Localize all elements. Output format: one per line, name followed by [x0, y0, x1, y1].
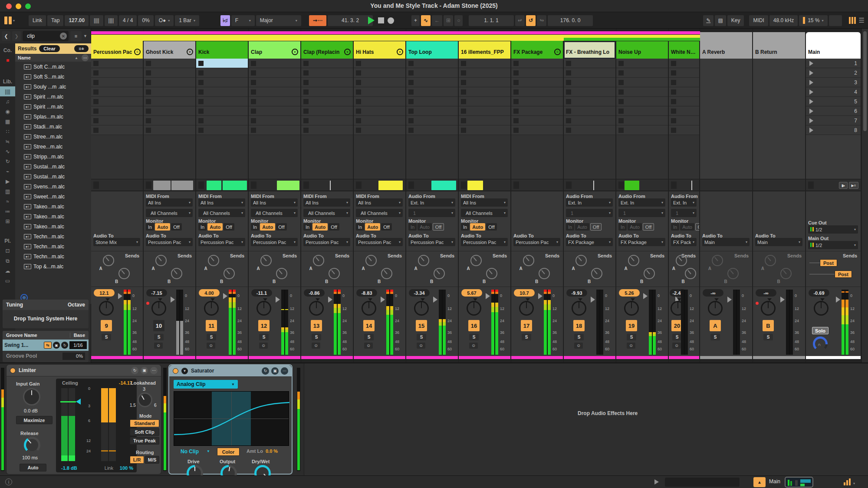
clip-slot[interactable] — [301, 125, 353, 135]
volume-value[interactable]: -11.1 — [251, 289, 272, 297]
main-out-select[interactable]: 1/2▾ — [808, 241, 858, 249]
track-header-top-loop[interactable]: Top Loop — [406, 41, 458, 59]
volume-value[interactable]: -7.15 — [146, 289, 167, 297]
volume-value[interactable]: 5.67 — [461, 289, 482, 297]
track-header-16-illements-fpp[interactable]: 16 illements_FPP — [459, 41, 510, 59]
clip-slot[interactable] — [459, 59, 510, 68]
groove-amount-field[interactable]: 0% — [138, 15, 153, 26]
list-item[interactable]: ▶≡Soft S...m.alc — [15, 72, 91, 82]
groove-row[interactable]: Swing 1... ↹ ▣ ↻ 1/16 — [3, 340, 89, 351]
clip-slot[interactable] — [616, 97, 668, 106]
playing-clip[interactable] — [378, 181, 403, 190]
volume-handle[interactable] — [486, 293, 490, 299]
device-chain-thumbnail[interactable] — [785, 477, 813, 488]
pan-knob[interactable] — [204, 301, 219, 316]
output-select[interactable]: Percussion Pac▾ — [146, 238, 193, 246]
clip-slot[interactable] — [616, 116, 668, 125]
scene-play-icon[interactable] — [809, 128, 813, 133]
clip-slot[interactable] — [616, 125, 668, 135]
punch-in-icon[interactable]: ↫ — [515, 15, 525, 26]
device-power-button[interactable] — [10, 368, 16, 373]
clip-slot[interactable] — [144, 78, 195, 87]
pan-knob[interactable] — [362, 301, 376, 316]
nudge-up-button[interactable]: |||| — [105, 15, 118, 26]
list-item[interactable]: ▶≡Techn...m.alc — [15, 251, 91, 261]
instruments-icon[interactable]: ▦ — [0, 116, 15, 126]
clip-slot[interactable] — [196, 78, 248, 87]
tuning-drop-zone[interactable]: Drop Tuning System Here — [3, 310, 89, 327]
clip-slot[interactable] — [511, 68, 563, 78]
arrangement-record-button[interactable] — [388, 17, 394, 24]
clips-icon[interactable]: ▶ — [0, 176, 15, 186]
status-input-field[interactable] — [665, 478, 740, 487]
clip-slot[interactable] — [301, 59, 353, 68]
track-header-main[interactable]: Main — [806, 32, 861, 59]
clip-stop-button[interactable] — [566, 181, 572, 189]
arm-button[interactable]: ⊙ — [259, 343, 268, 349]
cpu-meter[interactable]: 15 %▾ — [799, 15, 827, 26]
device-options-icon[interactable]: ⋯ — [150, 367, 158, 374]
send-a-knob[interactable] — [418, 255, 429, 266]
audio-effects-icon[interactable]: ∷ — [0, 126, 15, 136]
clip-chooser-icon[interactable]: ▼ — [397, 49, 403, 55]
groove-base-value[interactable]: 1/16 — [69, 341, 87, 349]
clip-slot[interactable] — [144, 87, 195, 97]
clip-slot[interactable] — [511, 87, 563, 97]
track-header-a-reverb[interactable]: A Reverb — [700, 32, 752, 59]
time-signature-field[interactable]: 4 / 4 — [119, 15, 137, 26]
clip-slot[interactable] — [301, 87, 353, 97]
sort-ascending-icon[interactable]: ▲ — [75, 56, 78, 60]
solo-button[interactable]: S — [763, 334, 773, 340]
send-b-knob[interactable] — [118, 268, 130, 279]
release-auto-button[interactable]: Auto — [20, 464, 46, 472]
input-channel-select[interactable]: 1▾ — [408, 209, 455, 217]
quantization-menu[interactable]: 1 Bar▾ — [175, 15, 199, 26]
arm-button[interactable]: ⊙ — [207, 343, 215, 349]
input-gain-value[interactable]: 0.0 dB — [24, 408, 38, 413]
scene-slot[interactable]: 4 — [806, 87, 861, 97]
group-fold-icon[interactable]: ≡ — [134, 49, 141, 55]
clip-slot[interactable] — [91, 87, 143, 97]
volume-handle[interactable] — [276, 297, 280, 303]
clip-slot[interactable] — [669, 87, 699, 97]
track-activator[interactable]: 15 — [416, 320, 427, 331]
browser-options-chevron-icon[interactable]: ▼ — [83, 34, 87, 38]
monitor-auto-button[interactable]: Auto — [575, 223, 589, 231]
track-header-b-return[interactable]: B Return — [753, 32, 805, 59]
track-activator[interactable]: 17 — [521, 320, 532, 331]
clip-stop-button[interactable] — [408, 181, 414, 189]
clip-slot[interactable] — [459, 87, 510, 97]
track-header-fx-breathing-lo[interactable]: FX - Breathing Lo — [564, 41, 615, 59]
playing-clip[interactable] — [153, 181, 171, 190]
track-header-noise-up[interactable]: Noise Up — [616, 41, 668, 59]
automation-mode-icon[interactable]: ⊞ — [444, 15, 453, 26]
clip-slot[interactable] — [354, 68, 405, 78]
monitor-off-button[interactable]: Off — [433, 223, 444, 231]
pan-knob[interactable] — [624, 301, 639, 316]
input-channel-select[interactable]: 1▾ — [566, 209, 613, 217]
draw-mode-button[interactable]: ∿ — [421, 15, 431, 26]
track-activator[interactable]: 19 — [626, 320, 637, 331]
list-item[interactable]: ▶≡Stripp...m.alc — [15, 152, 91, 162]
routing-ms-button[interactable]: M/S — [145, 456, 159, 464]
scene-slot[interactable]: 3 — [806, 78, 861, 87]
main-post-toggle[interactable]: Post — [835, 270, 852, 278]
session-view-toggle-icon[interactable] — [849, 17, 856, 24]
monitor-off-button[interactable]: Off — [276, 223, 286, 231]
tap-tempo-button[interactable]: Tap — [47, 15, 63, 26]
monitor-off-button[interactable]: Off — [643, 223, 654, 231]
tuning-mode[interactable]: Octave — [68, 302, 85, 308]
loop-button[interactable]: ↺ — [526, 15, 536, 26]
arm-button[interactable]: ⊙ — [574, 343, 583, 349]
scene-play-icon[interactable] — [809, 70, 813, 76]
send-b-knob[interactable] — [539, 268, 550, 279]
device-fold-icon[interactable]: ▼ — [181, 368, 188, 374]
scene-play-icon[interactable] — [809, 89, 813, 95]
send-a-knob[interactable] — [103, 255, 114, 266]
solo-button[interactable]: S — [672, 334, 682, 340]
clip-slot[interactable] — [354, 59, 405, 68]
library-icon[interactable]: Lib. — [0, 76, 15, 86]
tempo-field[interactable]: 127.00 — [65, 15, 89, 26]
scene-slot[interactable]: 5 — [806, 97, 861, 106]
volume-value[interactable]: -∞ — [756, 289, 776, 297]
